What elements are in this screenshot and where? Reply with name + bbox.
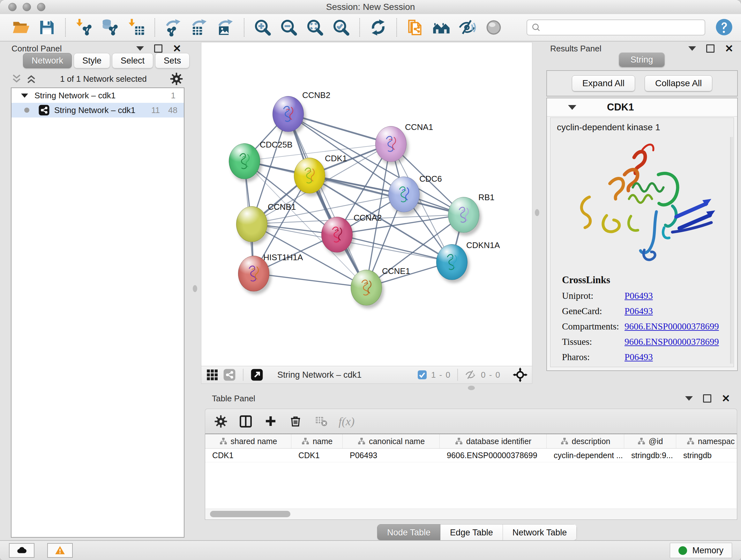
network-node-CDC6[interactable]: [388, 177, 420, 212]
fit-selection-icon[interactable]: [513, 368, 528, 382]
network-node-CDK1[interactable]: [294, 158, 325, 193]
network-node-CCNB1[interactable]: [236, 206, 267, 242]
column-header-namespac[interactable]: namespac: [676, 434, 737, 448]
crosslink-link[interactable]: P06493: [624, 306, 653, 316]
table-cell[interactable]: CDK1: [291, 449, 343, 462]
tab-edge-table[interactable]: Edge Table: [441, 524, 503, 540]
close-window-button[interactable]: [8, 3, 17, 11]
table-options-button[interactable]: [214, 415, 227, 428]
network-node-RB1[interactable]: [448, 197, 479, 233]
tab-sets[interactable]: Sets: [155, 53, 190, 68]
delete-table-button[interactable]: [314, 415, 327, 428]
network-row[interactable]: String Network – cdk1 11 48: [11, 103, 184, 118]
vertical-splitter-handle[interactable]: [535, 209, 539, 216]
zoom-out-button[interactable]: [277, 17, 300, 38]
column-header-database-identifier[interactable]: database identifier: [440, 434, 547, 448]
column-header-shared-name[interactable]: shared name: [205, 434, 291, 448]
collapse-all-button[interactable]: Collapse All: [645, 75, 712, 91]
function-builder-icon[interactable]: f(x): [339, 415, 354, 428]
vertical-splitter-handle[interactable]: [193, 285, 197, 292]
export-network-button[interactable]: [162, 17, 185, 38]
network-node-CCNB2[interactable]: [273, 96, 304, 132]
open-session-button[interactable]: [9, 17, 32, 38]
crosslink-link[interactable]: 9606.ENSP00000378699: [624, 321, 719, 332]
scrollbar-thumb[interactable]: [210, 511, 290, 517]
network-canvas[interactable]: CCNB2CCNA1CDC25BCDK1CDC6RB1CCNB1CCNA2CDK…: [201, 43, 532, 366]
memory-button[interactable]: Memory: [670, 543, 732, 558]
string-eye-button[interactable]: [482, 17, 505, 38]
zoom-in-button[interactable]: [251, 17, 274, 38]
show-columns-button[interactable]: [239, 415, 253, 428]
table-hscrollbar[interactable]: [205, 509, 737, 519]
table-cell[interactable]: 9606.ENSP00000378699: [440, 449, 547, 462]
save-session-button[interactable]: [36, 17, 58, 38]
search-input[interactable]: [527, 19, 705, 36]
crosslink-link[interactable]: P06493: [624, 352, 653, 362]
expand-all-button[interactable]: Expand All: [572, 75, 635, 91]
panel-close-icon[interactable]: ✕: [173, 44, 181, 54]
panel-close-icon[interactable]: ✕: [725, 44, 733, 54]
panel-float-icon[interactable]: [703, 394, 711, 402]
tab-network[interactable]: Network: [23, 53, 72, 68]
delete-column-button[interactable]: [289, 415, 302, 428]
import-table-file-button[interactable]: [125, 17, 148, 38]
zoom-window-button[interactable]: [37, 3, 45, 11]
network-node-CCNA1[interactable]: [375, 126, 407, 162]
create-column-button[interactable]: [264, 415, 277, 428]
horizontal-splitter-handle[interactable]: [468, 386, 475, 390]
import-network-database-button[interactable]: [98, 17, 122, 38]
column-header--id[interactable]: @id: [624, 434, 676, 448]
cloud-status-button[interactable]: [9, 543, 35, 558]
grid-view-icon[interactable]: [206, 368, 219, 381]
table-cell[interactable]: stringdb: [676, 449, 737, 462]
table-row[interactable]: CDK1CDK1P064939606.ENSP00000378699cyclin…: [205, 449, 737, 462]
warnings-button[interactable]: [47, 543, 73, 558]
tab-style[interactable]: Style: [74, 53, 110, 68]
import-network-file-button[interactable]: [72, 17, 95, 38]
table-cell[interactable]: CDK1: [205, 449, 291, 462]
crosslink-link[interactable]: 9606.ENSP00000378699: [624, 336, 719, 347]
panel-close-icon[interactable]: ✕: [722, 393, 730, 403]
column-header-name[interactable]: name: [291, 434, 343, 448]
zoom-fit-button[interactable]: [304, 17, 327, 38]
results-scrollbar[interactable]: [730, 137, 733, 364]
string-hide-button[interactable]: [456, 17, 479, 38]
tab-node-table[interactable]: Node Table: [377, 524, 441, 540]
help-button[interactable]: [715, 18, 733, 37]
minimize-window-button[interactable]: [23, 3, 31, 11]
refresh-button[interactable]: [367, 17, 390, 38]
hidden-eye-icon[interactable]: [464, 369, 477, 380]
tab-string[interactable]: String: [619, 52, 665, 67]
table-cell[interactable]: cyclin-dependent ...: [547, 449, 624, 462]
panel-float-icon[interactable]: [706, 44, 715, 53]
open-in-new-icon[interactable]: [251, 368, 263, 381]
network-node-CDKN1A[interactable]: [436, 244, 468, 280]
panel-collapse-icon[interactable]: [688, 46, 696, 51]
zoom-selected-button[interactable]: [330, 17, 353, 38]
column-header-canonical-name[interactable]: canonical name: [343, 434, 440, 448]
collapse-all-icon[interactable]: [11, 73, 22, 84]
gene-collapse-icon[interactable]: [568, 105, 576, 110]
tab-network-table[interactable]: Network Table: [503, 524, 577, 540]
gene-section-header[interactable]: CDK1: [547, 98, 737, 117]
tree-expand-icon[interactable]: [21, 94, 28, 98]
selected-checkbox-icon[interactable]: [417, 370, 427, 380]
string-import-button[interactable]: [404, 17, 427, 38]
column-header-description[interactable]: description: [547, 434, 624, 448]
table-cell[interactable]: P06493: [343, 449, 440, 462]
panel-collapse-icon[interactable]: [685, 396, 693, 401]
panel-float-icon[interactable]: [154, 44, 162, 53]
network-share-icon[interactable]: [223, 368, 236, 381]
network-options-button[interactable]: [170, 72, 183, 85]
crosslink-link[interactable]: P06493: [624, 291, 653, 301]
network-collection-row[interactable]: String Network – cdk1 1: [11, 88, 184, 103]
tab-select[interactable]: Select: [112, 53, 153, 68]
export-table-button[interactable]: [188, 17, 211, 38]
export-image-button[interactable]: [214, 17, 237, 38]
table-cell[interactable]: stringdb:9...: [624, 449, 676, 462]
panel-collapse-icon[interactable]: [136, 46, 144, 51]
network-node-CDC25B[interactable]: [229, 143, 260, 179]
network-node-CCNE1[interactable]: [351, 270, 382, 306]
network-node-CCNA2[interactable]: [321, 217, 353, 253]
expand-all-icon[interactable]: [25, 73, 37, 84]
